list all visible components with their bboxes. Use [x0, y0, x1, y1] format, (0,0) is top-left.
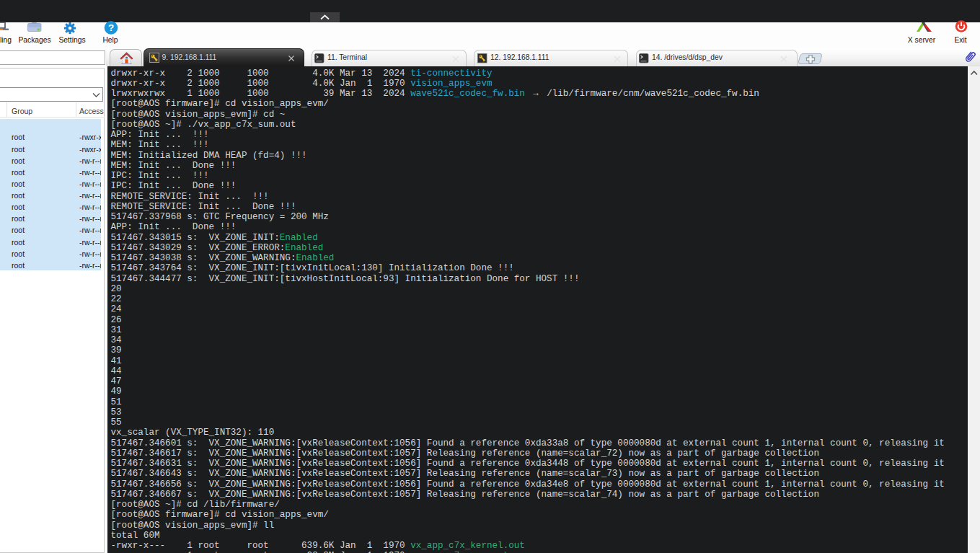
svg-text:?: ? [108, 22, 114, 33]
